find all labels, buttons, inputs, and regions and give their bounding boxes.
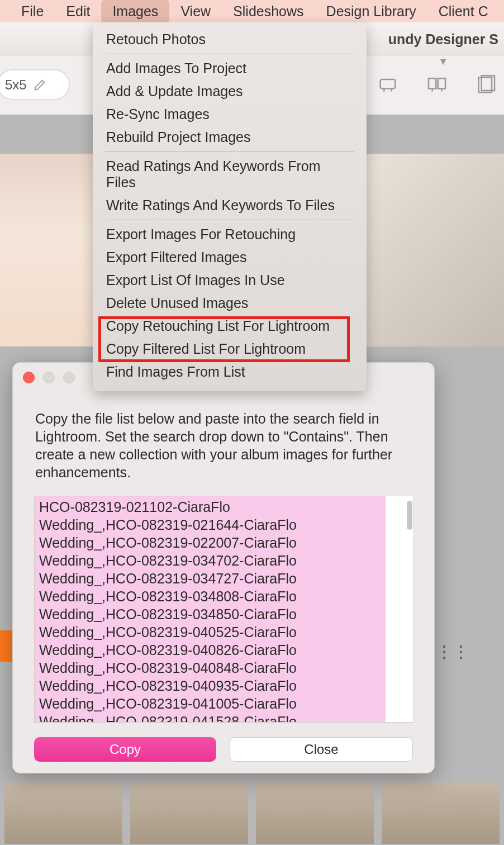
size-label: 5x5 xyxy=(5,77,27,93)
menu-edit[interactable]: Edit xyxy=(55,0,101,23)
toolbar-icons-right xyxy=(374,72,500,98)
thumbnail[interactable] xyxy=(256,782,374,844)
menu-slideshows[interactable]: Slideshows xyxy=(222,0,315,23)
svg-rect-1 xyxy=(429,78,436,88)
menu-separator xyxy=(105,220,354,220)
copy-list-dialog: Copy the file list below and paste into … xyxy=(12,362,435,773)
menu-resync-images[interactable]: Re-Sync Images xyxy=(93,103,367,126)
svg-rect-2 xyxy=(438,78,445,88)
dialog-buttons: Copy Close xyxy=(34,737,413,762)
chevron-down-icon: ▼ xyxy=(438,56,448,68)
menu-add-images-to-project[interactable]: Add Images To Project xyxy=(93,57,367,80)
file-list-line: Wedding_,HCO-082319-022007-CiaraFlo xyxy=(39,534,381,552)
minimize-window-button xyxy=(43,372,55,383)
menu-separator xyxy=(105,151,354,152)
orange-indicator xyxy=(0,630,12,662)
file-list-container: HCO-082319-021102-CiaraFloWedding_,HCO-0… xyxy=(34,496,414,723)
file-list-line: Wedding_,HCO-082319-034702-CiaraFlo xyxy=(39,552,381,569)
menu-design-library[interactable]: Design Library xyxy=(315,0,427,23)
thumbnail[interactable] xyxy=(4,782,122,844)
size-pill[interactable]: 5x5 xyxy=(0,69,70,100)
tool-icon-3[interactable] xyxy=(473,72,500,98)
window-controls xyxy=(23,372,75,383)
images-dropdown: Retouch Photos Add Images To Project Add… xyxy=(93,22,367,391)
menu-retouch-photos[interactable]: Retouch Photos xyxy=(93,28,367,51)
menu-export-retouching[interactable]: Export Images For Retouching xyxy=(93,223,367,246)
menu-rebuild-project-images[interactable]: Rebuild Project Images xyxy=(93,126,367,149)
menu-add-update-images[interactable]: Add & Update Images xyxy=(93,80,367,103)
file-list-line: Wedding_,HCO-082319-034727-CiaraFlo xyxy=(39,569,381,587)
file-list-line: Wedding_,HCO-082319-034850-CiaraFlo xyxy=(39,605,381,623)
tool-icon-1[interactable] xyxy=(374,72,401,98)
menu-separator xyxy=(105,54,354,54)
menu-images[interactable]: Images xyxy=(101,0,169,23)
file-list[interactable]: HCO-082319-021102-CiaraFloWedding_,HCO-0… xyxy=(35,496,386,722)
thumbnail[interactable] xyxy=(130,782,248,844)
menubar: File Edit Images View Slideshows Design … xyxy=(0,0,504,22)
scrollbar-thumb[interactable] xyxy=(407,501,412,530)
file-list-line: Wedding_,HCO-082319-021644-CiaraFlo xyxy=(39,516,381,534)
tool-icon-2[interactable] xyxy=(424,72,450,98)
file-list-line: Wedding_,HCO-082319-040826-CiaraFlo xyxy=(39,641,381,659)
menu-file[interactable]: File xyxy=(10,0,55,23)
thumbnail[interactable] xyxy=(382,782,500,844)
menu-view[interactable]: View xyxy=(169,0,222,23)
menu-copy-retouching-list-lightroom[interactable]: Copy Retouching List For Lightroom xyxy=(93,315,367,338)
pencil-icon xyxy=(34,79,46,91)
file-list-line: Wedding_,HCO-082319-041528-CiaraFlo xyxy=(39,713,381,723)
file-list-line: Wedding_,HCO-082319-040525-CiaraFlo xyxy=(39,623,381,641)
close-button[interactable]: Close xyxy=(230,737,413,762)
menu-copy-filtered-list-lightroom[interactable]: Copy Filtered List For Lightroom xyxy=(93,338,367,360)
menu-export-list-in-use[interactable]: Export List Of Images In Use xyxy=(93,269,367,292)
thumbnail-strip xyxy=(0,778,504,845)
copy-button[interactable]: Copy xyxy=(34,737,216,762)
menu-read-ratings[interactable]: Read Ratings And Keywords From Files xyxy=(93,155,367,194)
file-list-line: HCO-082319-021102-CiaraFlo xyxy=(39,498,381,516)
file-list-line: Wedding_,HCO-082319-040935-CiaraFlo xyxy=(39,677,381,695)
file-list-line: Wedding_,HCO-082319-041005-CiaraFlo xyxy=(39,695,381,713)
zoom-window-button xyxy=(63,372,75,383)
svg-rect-0 xyxy=(381,79,396,89)
file-list-line: Wedding_,HCO-082319-034808-CiaraFlo xyxy=(39,587,381,605)
titlebar-text: undy Designer S xyxy=(388,31,498,48)
file-list-line: Wedding_,HCO-082319-040848-CiaraFlo xyxy=(39,659,381,677)
menu-delete-unused[interactable]: Delete Unused Images xyxy=(93,292,367,315)
menu-write-ratings[interactable]: Write Ratings And Keywords To Files xyxy=(93,194,367,217)
close-window-button[interactable] xyxy=(23,372,35,383)
menu-client[interactable]: Client C xyxy=(427,0,500,23)
dialog-instruction: Copy the file list below and paste into … xyxy=(35,410,411,481)
menu-find-images-from-list[interactable]: Find Images From List xyxy=(93,360,367,383)
menu-export-filtered[interactable]: Export Filtered Images xyxy=(93,246,367,269)
